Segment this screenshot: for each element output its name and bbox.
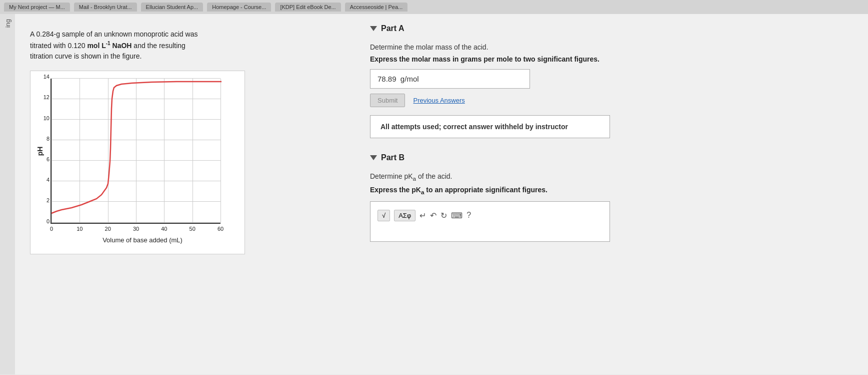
- part-b-instruction-bold: Express the pKa to an appropriate signif…: [370, 186, 853, 195]
- submit-button[interactable]: Submit: [370, 94, 405, 107]
- part-a-label: Part A: [381, 24, 404, 33]
- redo-icon[interactable]: ↶: [430, 211, 436, 220]
- collapse-icon-b[interactable]: [370, 155, 377, 160]
- y-tick-2: 2: [46, 197, 50, 203]
- refresh-icon[interactable]: ↻: [440, 211, 447, 220]
- tab-2[interactable]: Mail - Brooklyn Urat...: [74, 3, 137, 12]
- y-tick-8: 8: [46, 136, 50, 142]
- y-axis-label: pH: [36, 146, 44, 156]
- x-tick-10: 10: [76, 226, 82, 232]
- help-icon[interactable]: ?: [466, 211, 471, 220]
- x-tick-60: 60: [218, 226, 224, 232]
- sqrt-button[interactable]: √: [378, 210, 390, 221]
- curve-svg: [52, 79, 222, 224]
- y-tick-12: 12: [44, 94, 50, 100]
- part-a-header: Part A: [370, 24, 853, 33]
- pka-input-area: √ AΣφ ↵ ↶ ↻ ⌨ ?: [370, 201, 610, 242]
- part-b-label: Part B: [381, 153, 404, 162]
- y-tick-14: 14: [44, 74, 50, 80]
- problem-panel: A 0.284-g sample of an unknown monoproti…: [15, 14, 355, 374]
- x-tick-50: 50: [190, 226, 196, 232]
- y-tick-0: 0: [46, 218, 50, 224]
- y-tick-6: 6: [46, 156, 50, 162]
- part-a-instruction-bold: Express the molar mass in grams per mole…: [370, 55, 853, 63]
- part-b-section: Part B Determine pKa of the acid. Expres…: [370, 153, 853, 242]
- left-sidebar: ing: [0, 14, 15, 374]
- x-tick-20: 20: [105, 226, 111, 232]
- undo-icon[interactable]: ↵: [420, 211, 426, 220]
- keyboard-icon[interactable]: ⌨: [451, 211, 462, 220]
- part-a-section: Part A Determine the molar mass of the a…: [370, 24, 853, 138]
- x-tick-30: 30: [133, 226, 139, 232]
- attempts-message: All attempts used; correct answer withhe…: [370, 115, 610, 138]
- part-b-header: Part B: [370, 153, 853, 162]
- molar-mass-input[interactable]: [370, 69, 530, 89]
- tab-1[interactable]: My Next project — M...: [4, 3, 70, 12]
- symbol-label: AΣφ: [398, 212, 411, 219]
- input-toolbar: √ AΣφ ↵ ↶ ↻ ⌨ ?: [376, 207, 604, 224]
- x-axis-label: Volume of base added (mL): [50, 236, 234, 244]
- part-a-instruction: Determine the molar mass of the acid.: [370, 43, 853, 51]
- tab-6[interactable]: Accesseoside | Pea...: [345, 3, 408, 12]
- x-tick-0: 0: [50, 226, 53, 232]
- part-b-instruction: Determine pKa of the acid.: [370, 172, 853, 182]
- right-panel: Part A Determine the molar mass of the a…: [355, 14, 868, 374]
- tab-3[interactable]: Ellucian Student Ap...: [141, 3, 204, 12]
- tab-5[interactable]: [KDP] Edit eBook De...: [275, 3, 340, 12]
- y-tick-10: 10: [44, 115, 50, 121]
- collapse-icon-a[interactable]: [370, 26, 377, 31]
- symbol-button[interactable]: AΣφ: [394, 210, 416, 221]
- problem-description: A 0.284-g sample of an unknown monoproti…: [30, 29, 345, 62]
- browser-bar: My Next project — M... Mail - Brooklyn U…: [0, 0, 868, 14]
- pka-input[interactable]: [376, 224, 604, 236]
- previous-answers-link[interactable]: Previous Answers: [413, 97, 464, 104]
- tab-4[interactable]: Homepage - Course...: [207, 3, 271, 12]
- sqrt-icon: √: [382, 212, 386, 219]
- y-tick-4: 4: [46, 177, 50, 183]
- submit-row: Submit Previous Answers: [370, 94, 853, 107]
- x-tick-40: 40: [161, 226, 167, 232]
- sidebar-text: ing: [2, 14, 14, 33]
- titration-graph: pH: [30, 71, 245, 254]
